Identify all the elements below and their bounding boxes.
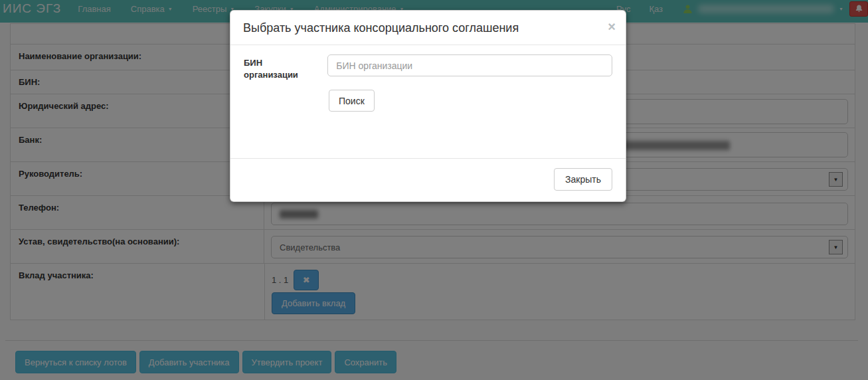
page: ИИС ЭГЗ Главная Справка ▼ Реестры ▼ Заку… [0, 0, 868, 380]
modal-title: Выбрать участника консорциального соглаш… [243, 21, 519, 35]
close-icon[interactable]: × [608, 20, 616, 33]
select-participant-modal: Выбрать участника консорциального соглаш… [230, 10, 626, 202]
modal-close-button[interactable]: Закрыть [554, 168, 612, 191]
search-button[interactable]: Поиск [329, 90, 375, 112]
bin-org-label: БИН организации [244, 54, 305, 81]
bin-org-input[interactable] [327, 54, 612, 76]
